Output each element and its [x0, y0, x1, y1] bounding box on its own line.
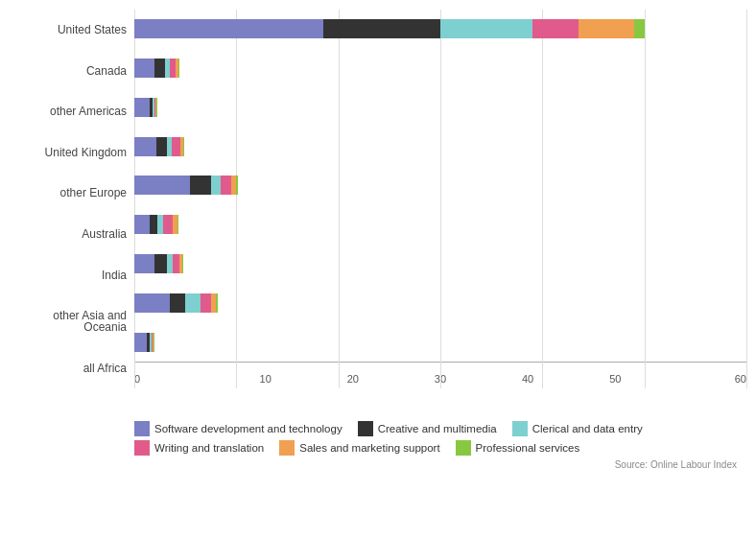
y-axis: United StatesCanadaother AmericasUnited …: [10, 10, 134, 415]
bar-segment: [150, 215, 158, 234]
gridline: [746, 10, 747, 388]
bar-segment: [163, 215, 174, 234]
bar-segment: [178, 59, 179, 78]
y-label: other Americas: [10, 105, 134, 117]
bar-row: [134, 173, 746, 198]
bar-segment: [170, 293, 185, 313]
bar-row: [134, 251, 746, 276]
legend-color-box: [358, 421, 373, 436]
bar-segment: [216, 293, 218, 313]
bar-segment: [156, 137, 167, 156]
legend-color-box: [279, 440, 295, 456]
chart-container: United StatesCanadaother AmericasUnited …: [10, 10, 746, 470]
bar-segment: [221, 176, 231, 195]
legend-label-text: Software development and technology: [154, 423, 343, 434]
legend-color-box: [134, 421, 150, 436]
bar-segment: [323, 19, 440, 38]
bar-segment: [134, 19, 323, 38]
bar-segment: [182, 254, 183, 273]
legend-label-text: Clerical and data entry: [532, 423, 643, 434]
legend-label-text: Writing and translation: [154, 442, 264, 454]
bar-segment: [177, 215, 178, 234]
bar-segment: [172, 137, 180, 156]
bar-segment: [154, 254, 167, 273]
bar-segment: [440, 19, 532, 38]
legend-label-text: Professional services: [476, 442, 580, 454]
bar-segment: [154, 59, 165, 78]
bar-segment: [190, 176, 210, 195]
plot-area: 0102030405060: [134, 10, 746, 415]
bar-segment: [134, 59, 154, 78]
y-label: India: [10, 270, 134, 281]
y-label: United States: [10, 24, 134, 35]
legend-item: Sales and marketing support: [279, 440, 439, 456]
bar-segment: [134, 333, 147, 352]
bar-row: [134, 95, 746, 120]
bar-row: [134, 16, 746, 41]
bar-segment: [134, 293, 170, 313]
legend: Software development and technologyCreat…: [10, 421, 746, 456]
bar-row: [134, 56, 746, 81]
legend-color-box: [512, 421, 528, 436]
bar-segment: [211, 176, 222, 195]
source-line: Source: Online Labour Index: [10, 459, 746, 470]
bar-segment: [579, 19, 634, 38]
bar-segment: [134, 215, 150, 234]
y-label: other Europe: [10, 187, 134, 199]
chart-area: United StatesCanadaother AmericasUnited …: [10, 10, 746, 415]
y-label: all Africa: [10, 363, 134, 374]
legend-item: Software development and technology: [134, 421, 343, 436]
bar-segment: [236, 176, 238, 195]
bar-segment: [134, 176, 190, 195]
y-label: Canada: [10, 65, 134, 77]
y-label: other Asia and Oceania: [10, 310, 134, 333]
legend-item: Professional services: [456, 440, 580, 456]
y-label: Australia: [10, 228, 134, 240]
bar-row: [134, 291, 746, 316]
bar-rows: [134, 10, 746, 362]
bar-segment: [134, 98, 150, 117]
bar-segment: [134, 137, 156, 156]
bar-row: [134, 134, 746, 159]
bar-segment: [154, 333, 154, 352]
bar-row: [134, 212, 746, 237]
bar-segment: [134, 254, 154, 273]
legend-label-text: Sales and marketing support: [299, 442, 439, 454]
bar-row: [134, 330, 746, 355]
bar-segment: [201, 293, 211, 313]
bar-segment: [634, 19, 645, 38]
bar-segment: [532, 19, 579, 38]
y-label: United Kingdom: [10, 147, 134, 158]
legend-label-text: Creative and multimedia: [378, 423, 497, 434]
legend-item: Writing and translation: [134, 440, 264, 456]
bar-segment: [183, 137, 184, 156]
legend-item: Creative and multimedia: [358, 421, 497, 436]
legend-item: Clerical and data entry: [512, 421, 643, 436]
legend-color-box: [456, 440, 471, 456]
bar-segment: [156, 98, 157, 117]
bar-segment: [185, 293, 201, 313]
legend-color-box: [134, 440, 150, 456]
